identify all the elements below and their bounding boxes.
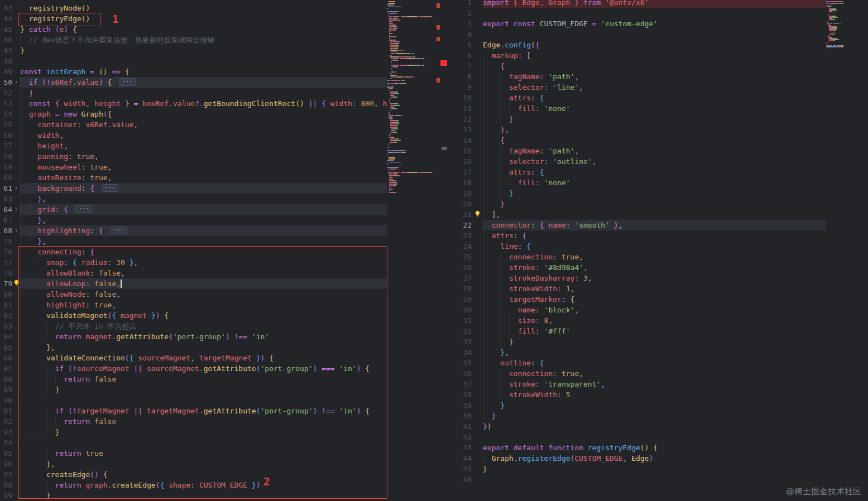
code-line[interactable]: 3export const CUSTOM_EDGE = 'custom-edge… — [448, 18, 826, 29]
line-number[interactable]: 18 — [448, 177, 472, 188]
line-number[interactable]: 36 — [448, 368, 472, 379]
line-number[interactable]: 96 — [0, 459, 12, 469]
code-line[interactable]: 85 }, — [0, 342, 387, 353]
code-line[interactable]: 45} catch (e) { — [0, 24, 387, 35]
line-number[interactable]: 89 — [0, 384, 12, 395]
line-number[interactable]: 58 — [0, 151, 12, 162]
line-number[interactable]: 22 — [448, 220, 472, 230]
code-line[interactable]: 46 — [448, 474, 826, 485]
line-number[interactable]: 94 — [0, 437, 12, 448]
code-line[interactable]: 57 height, — [0, 141, 387, 151]
fold-placeholder[interactable]: ··· — [75, 205, 92, 213]
line-number[interactable]: 88 — [0, 374, 12, 384]
line-number[interactable]: 3 — [448, 18, 472, 29]
line-number[interactable]: 67 — [0, 215, 12, 225]
line-number[interactable]: 91 — [0, 406, 12, 416]
line-number[interactable]: 84 — [0, 331, 12, 342]
code-line[interactable]: 8 tagName: 'path', — [448, 71, 826, 82]
line-number[interactable]: 41 — [448, 421, 472, 432]
line-number[interactable]: 21 — [448, 209, 472, 220]
line-number[interactable]: 5 — [448, 40, 472, 50]
code-line[interactable]: 84 return magnet.getAttribute('port-grou… — [0, 331, 387, 342]
line-number[interactable]: 35 — [448, 358, 472, 368]
line-number[interactable]: 11 — [448, 103, 472, 114]
code-line[interactable]: 10 attrs: { — [448, 93, 826, 103]
fold-placeholder[interactable]: ··· — [111, 227, 127, 234]
code-line[interactable]: 40 } — [448, 411, 826, 421]
line-number[interactable]: 47 — [0, 45, 12, 56]
code-line[interactable]: 31 size: 8, — [448, 315, 826, 326]
code-line[interactable]: 32 fill: '#fff' — [448, 326, 826, 336]
code-line[interactable]: 88 return false — [0, 374, 387, 384]
line-number[interactable]: 6 — [448, 50, 472, 61]
code-line[interactable]: 9 selector: 'line', — [448, 82, 826, 93]
code-line[interactable]: 47} — [0, 45, 387, 56]
code-line[interactable]: 36 connection: true, — [448, 368, 826, 379]
code-line[interactable]: 53 const { width, height } = boxRef.valu… — [0, 98, 387, 109]
line-number[interactable]: 43 — [0, 3, 12, 13]
code-line[interactable]: 46 // dev状态下不允许重复注册，热更新时反复调用会报错 — [0, 35, 387, 45]
code-line[interactable]: 35 outline: { — [448, 358, 826, 368]
code-line[interactable]: 58 panning: true, — [0, 151, 387, 162]
line-number[interactable]: 54 — [0, 109, 12, 119]
code-line[interactable]: 28 strokeWidth: 1, — [448, 283, 826, 294]
line-number[interactable]: 53 — [0, 98, 12, 109]
line-number[interactable]: 29 — [448, 294, 472, 305]
line-number[interactable]: 61 — [0, 183, 12, 194]
line-number[interactable]: 59 — [0, 162, 12, 172]
code-line[interactable]: 21 ], — [448, 209, 826, 220]
scrollbar-left[interactable] — [440, 0, 448, 501]
fold-chevron-icon[interactable]: › — [12, 204, 20, 215]
code-line[interactable]: 11 fill: 'none' — [448, 103, 826, 114]
code-line[interactable]: 89 } — [0, 384, 387, 395]
code-line[interactable]: 91 if (!targetMagnet || targetMagnet.get… — [0, 406, 387, 416]
line-number[interactable]: 30 — [448, 305, 472, 315]
line-number[interactable]: 60 — [0, 172, 12, 183]
code-line[interactable]: 12 } — [448, 114, 826, 124]
line-number[interactable]: 97 — [0, 469, 12, 480]
line-number[interactable]: 92 — [0, 416, 12, 427]
code-line[interactable]: 82 validateMagnet({ magnet }) { — [0, 310, 387, 321]
line-number[interactable]: 50 — [0, 77, 12, 88]
line-number[interactable]: 75 — [0, 236, 12, 247]
code-line[interactable]: 14 { — [448, 135, 826, 146]
line-number[interactable]: 10 — [448, 93, 472, 103]
code-line[interactable]: 16 selector: 'outline', — [448, 156, 826, 167]
lightbulb-slot[interactable] — [12, 278, 20, 289]
line-number[interactable]: 56 — [0, 130, 12, 141]
line-number[interactable]: 46 — [0, 35, 12, 45]
line-number[interactable]: 20 — [448, 199, 472, 209]
code-line[interactable]: 87 if (!sourceMagnet || sourceMagnet.get… — [0, 363, 387, 374]
fold-chevron-icon[interactable]: › — [12, 225, 20, 236]
code-line[interactable]: 45} — [448, 464, 826, 474]
line-number[interactable]: 79 — [0, 278, 12, 289]
line-number[interactable]: 14 — [448, 135, 472, 146]
code-line[interactable]: 2 — [448, 8, 826, 18]
code-line[interactable]: 43export default function registryEdge()… — [448, 442, 826, 453]
code-line[interactable]: 1import { Edge, Graph } from '@antv/x6' — [448, 0, 826, 8]
lightbulb-slot[interactable] — [472, 209, 483, 220]
line-number[interactable]: 33 — [448, 336, 472, 347]
line-number[interactable]: 78 — [0, 268, 12, 278]
code-line[interactable]: 76 connecting: { — [0, 247, 387, 257]
line-number[interactable]: 25 — [448, 252, 472, 262]
line-number[interactable]: 23 — [448, 230, 472, 241]
code-line[interactable]: 43 registryNode() — [0, 3, 387, 13]
code-line[interactable]: 29 targetMarker: { — [448, 294, 826, 305]
editor-pane-left[interactable]: 43 registryNode()44 registryEdge()45} ca… — [0, 0, 387, 501]
line-number[interactable]: 8 — [448, 71, 472, 82]
line-number[interactable]: 34 — [448, 347, 472, 358]
line-number[interactable]: 64 — [0, 204, 12, 215]
code-line[interactable]: 61› background: { ··· — [0, 183, 387, 194]
code-line[interactable]: 52 } — [0, 88, 387, 98]
code-line[interactable]: 39 } — [448, 400, 826, 411]
code-line[interactable]: 90 — [0, 395, 387, 406]
line-number[interactable]: 76 — [0, 247, 12, 257]
line-number[interactable]: 27 — [448, 273, 472, 283]
line-number[interactable]: 99 — [0, 490, 12, 501]
line-number[interactable]: 85 — [0, 342, 12, 353]
line-number[interactable]: 95 — [0, 448, 12, 459]
code-line[interactable]: 19 } — [448, 188, 826, 199]
fold-placeholder[interactable]: ··· — [119, 78, 136, 86]
code-line[interactable]: 60 autoResize: true, — [0, 172, 387, 183]
